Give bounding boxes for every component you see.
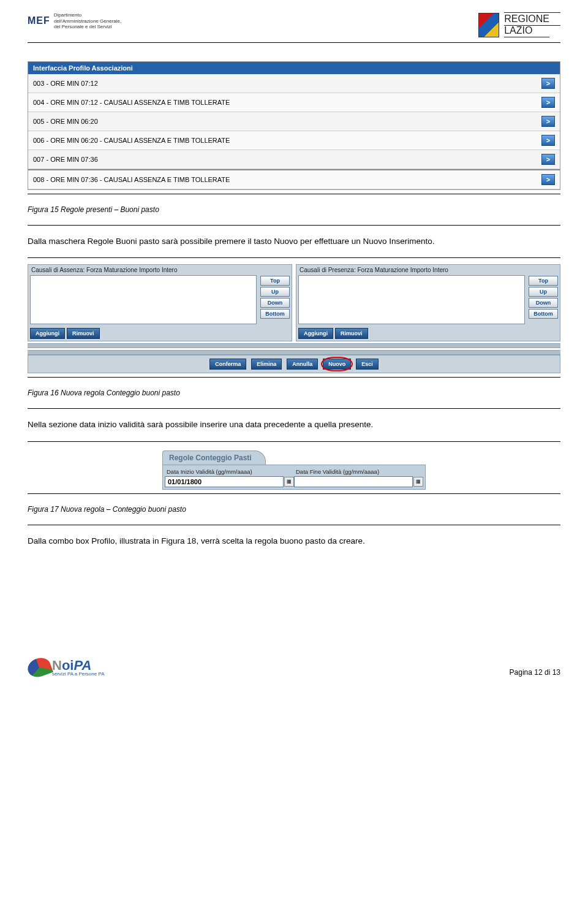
divider	[28, 493, 560, 494]
down-button[interactable]: Down	[260, 298, 290, 308]
end-date-field: Data Fine Validità (gg/mm/aaaa) ▦	[294, 467, 423, 487]
esci-button[interactable]: Esci	[356, 359, 379, 370]
expand-icon[interactable]: >	[541, 154, 555, 165]
lazio-label: LAZIO	[504, 26, 549, 37]
rimuovi-button[interactable]: Rimuovi	[335, 328, 368, 339]
presence-causali-panel: Causali di Presenza: Forza Maturazione I…	[296, 264, 560, 341]
presence-listbox[interactable]	[298, 275, 525, 324]
profile-row-label: 006 - ORE MIN 06:20 - CAUSALI ASSENZA E …	[33, 137, 230, 144]
profile-row-label: 007 - ORE MIN 07:36	[33, 156, 98, 163]
page-footer: NoiPA servizi PA a Persone PA Pagina 12 …	[28, 658, 560, 677]
down-button[interactable]: Down	[529, 298, 558, 308]
conferma-button[interactable]: Conferma	[209, 359, 246, 370]
paragraph-2: Nella sezione data inizio validità sarà …	[28, 419, 560, 431]
profile-interface-title: Interfaccia Profilo Associazioni	[28, 62, 560, 74]
lazio-crest-icon	[478, 13, 499, 37]
figure-16-caption: Figura 16 Nuova regola Conteggio buoni p…	[28, 389, 560, 397]
profile-row-label: 008 - ORE MIN 07:36 - CAUSALI ASSENZA E …	[33, 176, 230, 183]
top-button[interactable]: Top	[260, 276, 290, 286]
rules-tab[interactable]: Regole Conteggio Pasti	[162, 450, 266, 465]
noipa-swoosh-icon	[25, 655, 53, 680]
profile-row[interactable]: 006 - ORE MIN 06:20 - CAUSALI ASSENZA E …	[28, 131, 560, 150]
page-header: MEF Dipartimento dell'Amministrazione Ge…	[28, 12, 560, 37]
divider	[28, 525, 560, 525]
noipa-logo-block: NoiPA servizi PA a Persone PA	[28, 658, 105, 677]
up-button[interactable]: Up	[529, 287, 558, 297]
figure-17-caption: Figura 17 Nuova regola – Conteggio buoni…	[28, 505, 560, 514]
expand-icon[interactable]: >	[541, 97, 555, 108]
rimuovi-button[interactable]: Rimuovi	[67, 328, 100, 339]
spacer	[28, 343, 560, 348]
start-date-label: Data Inizio Validità (gg/mm/aaaa)	[165, 467, 294, 476]
mef-sub-line1: Dipartimento	[54, 12, 121, 18]
mef-logo-text: MEF	[28, 17, 50, 25]
start-date-field: Data Inizio Validità (gg/mm/aaaa) 01/01/…	[165, 467, 294, 487]
presence-label: Causali di Presenza: Forza Maturazione I…	[296, 265, 527, 275]
profile-row[interactable]: 007 - ORE MIN 07:36>	[28, 150, 560, 169]
end-date-input[interactable]	[294, 476, 413, 487]
profile-row-label: 003 - ORE MIN 07:12	[33, 80, 98, 87]
divider	[28, 377, 560, 378]
action-toolbar: Conferma Elimina Annulla Nuovo Esci	[28, 355, 560, 373]
mef-acronym: MEF	[28, 17, 50, 25]
mef-sub-line3: del Personale e dei Servizi	[54, 24, 121, 30]
paragraph-3: Dalla combo box Profilo, illustrata in F…	[28, 535, 560, 547]
profile-row-label: 004 - ORE MIN 07:12 - CAUSALI ASSENZA E …	[33, 99, 230, 106]
divider	[28, 194, 560, 194]
spacer	[28, 350, 560, 355]
aggiungi-button[interactable]: Aggiungi	[30, 328, 65, 339]
bottom-button[interactable]: Bottom	[260, 309, 290, 319]
up-button[interactable]: Up	[260, 287, 290, 297]
divider	[28, 408, 560, 409]
nuovo-button[interactable]: Nuovo	[323, 359, 351, 370]
calendar-icon[interactable]: ▦	[284, 477, 294, 487]
absence-causali-panel: Causali di Assenza: Forza Maturazione Im…	[28, 264, 292, 341]
paragraph-1: Dalla maschera Regole Buoni pasto sarà p…	[28, 235, 560, 248]
divider	[28, 257, 560, 258]
causali-panel-screenshot: Causali di Assenza: Forza Maturazione Im…	[28, 264, 560, 373]
rules-count-screenshot: Regole Conteggio Pasti Data Inizio Valid…	[162, 450, 426, 490]
calendar-icon[interactable]: ▦	[413, 477, 423, 487]
page-number: Pagina 12 di 13	[510, 668, 560, 677]
end-date-label: Data Fine Validità (gg/mm/aaaa)	[294, 467, 423, 476]
expand-icon[interactable]: >	[541, 135, 555, 146]
profile-row[interactable]: 004 - ORE MIN 07:12 - CAUSALI ASSENZA E …	[28, 93, 560, 112]
mef-sub-line2: dell'Amministrazione Generale,	[54, 18, 121, 25]
divider	[28, 225, 560, 226]
profile-row[interactable]: 003 - ORE MIN 07:12>	[28, 74, 560, 93]
lazio-logo-block: REGIONE LAZIO	[478, 12, 560, 37]
mef-logo-block: MEF Dipartimento dell'Amministrazione Ge…	[28, 12, 121, 30]
top-button[interactable]: Top	[529, 276, 558, 286]
elimina-button[interactable]: Elimina	[251, 359, 282, 370]
header-rule	[28, 42, 560, 43]
lazio-text: REGIONE LAZIO	[504, 12, 560, 37]
profile-row-label: 005 - ORE MIN 06:20	[33, 118, 98, 125]
profile-row[interactable]: 008 - ORE MIN 07:36 - CAUSALI ASSENZA E …	[28, 169, 560, 189]
expand-icon[interactable]: >	[541, 174, 555, 185]
expand-icon[interactable]: >	[541, 116, 555, 127]
annulla-button[interactable]: Annulla	[287, 359, 318, 370]
regione-label: REGIONE	[504, 12, 560, 26]
bottom-button[interactable]: Bottom	[529, 309, 558, 319]
absence-label: Causali di Assenza: Forza Maturazione Im…	[28, 265, 258, 275]
mef-subtitle: Dipartimento dell'Amministrazione Genera…	[54, 12, 121, 30]
absence-listbox[interactable]	[30, 275, 257, 324]
figure-15-caption: Figura 15 Regole presenti – Buoni pasto	[28, 205, 560, 214]
noipa-tagline: servizi PA a Persone PA	[52, 671, 105, 677]
aggiungi-button[interactable]: Aggiungi	[298, 328, 333, 339]
profile-interface-screenshot: Interfaccia Profilo Associazioni 003 - O…	[28, 61, 560, 190]
divider	[28, 441, 560, 442]
profile-row[interactable]: 005 - ORE MIN 06:20>	[28, 112, 560, 131]
expand-icon[interactable]: >	[541, 78, 555, 89]
start-date-input[interactable]: 01/01/1800	[165, 476, 284, 487]
